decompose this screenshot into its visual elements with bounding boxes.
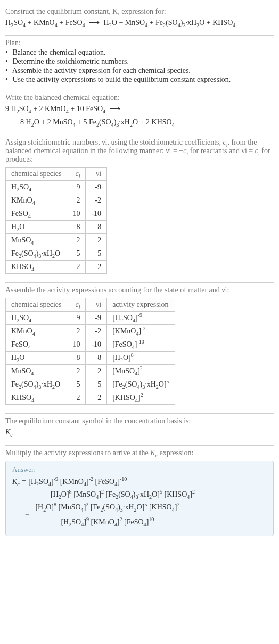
cell-expr: [KMnO4]-2 [107,325,175,338]
stoich-table: chemical species ci νi H2SO49-9KMnO42-2F… [5,167,107,274]
cell-vi: -10 [86,338,107,352]
cell-species: KHSO4 [6,261,67,274]
balanced-section: Write the balanced chemical equation: 9 … [5,90,274,135]
kc-prefix: Kc = [12,478,28,486]
cell-vi: 8 [86,221,107,234]
table-row: Fe2(SO4)3·xH2O55 [6,247,107,261]
cell-ci: 8 [67,352,86,365]
bullet-icon: • [5,48,11,57]
cell-ci: 2 [67,234,86,247]
cell-vi: 2 [86,391,107,405]
cell-ci: 2 [67,325,86,338]
prompt-text: Construct the equilibrium constant, K, e… [5,7,166,15]
table-row: MnSO422 [6,234,107,247]
cell-species: KHSO4 [6,391,67,405]
th-ci: ci [67,298,86,312]
cell-vi: 8 [86,352,107,365]
cell-species: Fe2(SO4)3·xH2O [6,378,67,391]
cell-vi: -9 [86,312,107,325]
cell-vi: -2 [86,325,107,338]
kc-symbol-title: The equilibrium constant symbol in the c… [5,417,274,425]
table-row: FeSO410-10[FeSO4]-10 [6,338,175,352]
bullet-icon: • [5,76,11,84]
answer-line1-factors: [H2SO4]-9 [KMnO4]-2 [FeSO4]-10 [28,478,127,486]
cell-expr: [H2O]8 [107,352,175,365]
answer-box: Answer: Kc = [H2SO4]-9 [KMnO4]-2 [FeSO4]… [5,461,274,537]
answer-label: Answer: [12,465,267,474]
plan-item: • Use the activity expressions to build … [5,76,274,84]
activity-table: chemical species ci νi activity expressi… [5,298,175,405]
cell-vi: 5 [86,378,107,391]
multiply-section: Mulitply the activity expressions to arr… [5,446,274,542]
table-row: H2O88 [6,221,107,234]
multiply-title: Mulitply the activity expressions to arr… [5,449,274,457]
cell-species: KMnO4 [6,194,67,207]
th-vi: νi [86,168,107,181]
cell-ci: 2 [67,365,86,378]
table-row: KMnO42-2[KMnO4]-2 [6,325,175,338]
cell-vi: 2 [86,261,107,274]
table-row: KHSO422[KHSO4]2 [6,391,175,405]
cell-species: H2O [6,352,67,365]
fraction: [H2O]8 [MnSO4]2 [Fe2(SO4)3·xH2O]5 [KHSO4… [33,501,182,528]
activity-section: Assemble the activity expressions accoun… [5,283,274,414]
answer-line2: [H2O]8 [MnSO4]2 [Fe2(SO4)3·xH2O]5 [KHSO4… [51,489,267,500]
cell-ci: 8 [67,221,86,234]
cell-ci: 9 [67,181,86,194]
cell-ci: 10 [67,338,86,352]
kc-symbol-value: Kc [5,426,274,438]
cell-species: KMnO4 [6,325,67,338]
cell-ci: 9 [67,312,86,325]
prompt-section: Construct the equilibrium constant, K, e… [5,4,274,36]
cell-ci: 5 [67,247,86,261]
plan-section: Plan: • Balance the chemical equation.• … [5,36,274,90]
cell-expr: [H2SO4]-9 [107,312,175,325]
cell-ci: 2 [67,391,86,405]
activity-title: Assemble the activity expressions accoun… [5,286,274,295]
table-row: H2O88[H2O]8 [6,352,175,365]
fraction-denominator: [H2SO4]9 [KMnO4]2 [FeSO4]10 [33,515,182,528]
cell-species: FeSO4 [6,338,67,352]
th-expr: activity expression [107,298,175,312]
table-row: KHSO422 [6,261,107,274]
fraction-numerator: [H2O]8 [MnSO4]2 [Fe2(SO4)3·xH2O]5 [KHSO4… [33,501,182,515]
plan-list: • Balance the chemical equation.• Determ… [5,48,274,84]
table-row: FeSO410-10 [6,207,107,221]
answer-line1: Kc = [H2SO4]-9 [KMnO4]-2 [FeSO4]-10 [31,476,267,488]
prompt-equation: H2SO4 + KMnO4 + FeSO4 ⟶ H2O + MnSO4 + Fe… [5,17,274,29]
balanced-eq-line1: 9 H2SO4 + 2 KMnO4 + 10 FeSO4 ⟶ [5,103,274,115]
bullet-icon: • [5,66,11,75]
bullet-icon: • [5,57,11,66]
cell-ci: 10 [67,207,86,221]
cell-species: Fe2(SO4)3·xH2O [6,247,67,261]
cell-vi: 2 [86,234,107,247]
plan-item: • Balance the chemical equation. [5,48,274,57]
plan-title: Plan: [5,39,274,47]
prompt-label: Construct the equilibrium constant, K, e… [5,7,274,16]
balanced-title: Write the balanced chemical equation: [5,94,274,102]
cell-expr: [MnSO4]2 [107,365,175,378]
cell-expr: [KHSO4]2 [107,391,175,405]
cell-vi: -10 [86,207,107,221]
cell-species: MnSO4 [6,365,67,378]
cell-species: H2O [6,221,67,234]
table-header-row: chemical species ci νi activity expressi… [6,298,175,312]
kc-symbol-section: The equilibrium constant symbol in the c… [5,414,274,445]
th-vi: νi [86,298,107,312]
cell-ci: 2 [67,194,86,207]
cell-vi: 5 [86,247,107,261]
balanced-eq-line2: 8 H2O + 2 MnSO4 + 5 Fe2(SO4)3·xH2O + 2 K… [20,116,274,128]
table-row: H2SO49-9[H2SO4]-9 [6,312,175,325]
table-row: H2SO49-9 [6,181,107,194]
th-ci: ci [67,168,86,181]
cell-ci: 5 [67,378,86,391]
plan-item: • Determine the stoichiometric numbers. [5,57,274,66]
cell-species: H2SO4 [6,312,67,325]
cell-expr: [FeSO4]-10 [107,338,175,352]
cell-species: MnSO4 [6,234,67,247]
answer-fraction-line: = [H2O]8 [MnSO4]2 [Fe2(SO4)3·xH2O]5 [KHS… [25,501,267,528]
table-row: MnSO422[MnSO4]2 [6,365,175,378]
cell-species: FeSO4 [6,207,67,221]
stoich-section: Assign stoichiometric numbers, νi, using… [5,135,274,283]
cell-vi: -9 [86,181,107,194]
